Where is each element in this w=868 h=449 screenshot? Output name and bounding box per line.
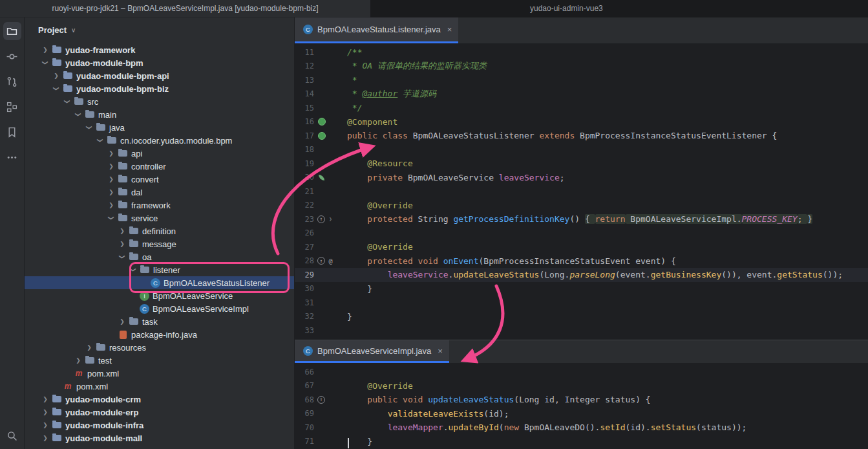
code-line-12[interactable]: 12 * OA 请假单的结果的监听器实现类 <box>295 60 868 74</box>
project-folder-icon[interactable] <box>3 22 21 40</box>
bookmarks-icon[interactable] <box>3 123 21 141</box>
code-editor-top[interactable]: 11/**12 * OA 请假单的结果的监听器实现类13 *14 * @auth… <box>295 43 868 340</box>
code-line-16[interactable]: 16@Component <box>295 115 868 129</box>
code-line-31[interactable]: 31 <box>295 296 868 310</box>
pull-requests-icon[interactable] <box>3 72 21 91</box>
tab-bpmoaleavestatuslistener[interactable]: C BpmOALeaveStatusListener.java × <box>295 17 458 43</box>
code-line-30[interactable]: 30 } <box>295 282 868 296</box>
tree-item-listener[interactable]: ❯listener <box>25 263 294 276</box>
code-line-28[interactable]: 28 protected void onEvent(BpmProcessInst… <box>295 254 868 268</box>
chevron-right-icon[interactable]: ❯ <box>119 241 125 247</box>
search-icon[interactable] <box>3 426 21 444</box>
chevron-right-icon[interactable]: ❯ <box>108 189 114 195</box>
project-panel-header[interactable]: Project ∨ <box>25 17 294 42</box>
chevron-down-icon[interactable]: ❯ <box>119 254 125 260</box>
code-editor-bottom[interactable]: 6667 @Override68 public void updateLeave… <box>295 363 868 449</box>
code-line-70[interactable]: 70 leaveMapper.updateById(new BpmOALeave… <box>295 421 868 435</box>
chevron-down-icon[interactable]: ❯ <box>75 111 81 118</box>
code-line-27[interactable]: 27 @Override <box>295 240 868 254</box>
chevron-right-icon[interactable]: ❯ <box>108 150 114 157</box>
tree-item-src[interactable]: ❯src <box>25 95 294 108</box>
chevron-down-icon[interactable]: ❯ <box>64 98 70 105</box>
code-line-32[interactable]: 32} <box>295 310 868 324</box>
chevron-down-icon[interactable]: ❯ <box>86 124 92 131</box>
code-line-68[interactable]: 68 public void updateLeaveStatus(Long id… <box>295 393 868 407</box>
tree-item-yudao-framework[interactable]: ❯yudao-framework <box>25 43 294 56</box>
close-icon[interactable]: × <box>438 346 443 356</box>
chevron-right-icon[interactable]: ❯ <box>119 318 125 325</box>
chevron-right-icon[interactable]: ❯ <box>108 202 114 208</box>
spring-bean-icon[interactable] <box>317 118 326 126</box>
chevron-right-icon[interactable]: ❯ <box>53 72 59 79</box>
structure-icon[interactable] <box>3 98 21 116</box>
tree-item-message[interactable]: ❯message <box>25 237 294 250</box>
chevron-down-icon[interactable]: ❯ <box>97 137 103 144</box>
annotation-at-icon[interactable] <box>326 257 335 265</box>
code-line-26[interactable]: 26 <box>295 226 868 241</box>
chevron-right-icon[interactable]: ❯ <box>42 47 48 53</box>
override-icon[interactable] <box>317 396 325 404</box>
tree-item-bpmoaleaveservice[interactable]: IBpmOALeaveService <box>25 289 294 302</box>
tree-item-cn-iocoder-yudao-module-bpm[interactable]: ❯cn.iocoder.yudao.module.bpm <box>25 134 294 147</box>
tree-item-service[interactable]: ❯service <box>25 212 294 224</box>
code-line-15[interactable]: 15 */ <box>295 101 868 115</box>
chevron-down-icon[interactable]: ❯ <box>42 60 48 66</box>
code-line-29[interactable]: 29 leaveService.updateLeaveStatus(Long.p… <box>295 268 868 282</box>
chevron-right-icon[interactable]: ❯ <box>42 409 48 415</box>
chevron-right-icon[interactable]: ❯ <box>86 344 92 351</box>
tree-item-pom-xml[interactable]: mpom.xml <box>25 380 294 393</box>
code-line-69[interactable]: 69 validateLeaveExists(id); <box>295 407 868 421</box>
commit-icon[interactable] <box>3 47 21 65</box>
tree-item-task[interactable]: ❯task <box>25 315 294 328</box>
tree-item-yudao-module-infra[interactable]: ❯yudao-module-infra <box>25 419 294 432</box>
tree-item-yudao-module-bpm-biz[interactable]: ❯yudao-module-bpm-biz <box>25 82 294 95</box>
code-line-67[interactable]: 67 @Override <box>295 379 868 393</box>
code-line-66[interactable]: 66 <box>295 365 868 379</box>
chevron-right-icon[interactable]: ❯ <box>42 435 48 441</box>
code-line-33[interactable]: 33 <box>295 323 868 338</box>
tab-bpmoaleaveserviceimpl[interactable]: C BpmOALeaveServiceImpl.java × <box>295 340 449 363</box>
tree-item-definition[interactable]: ❯definition <box>25 224 294 237</box>
code-line-71[interactable]: 71 } <box>295 435 868 449</box>
more-tool-windows-icon[interactable] <box>3 148 21 166</box>
chevron-right-icon[interactable]: ❯ <box>108 176 114 182</box>
tree-item-package-info-java[interactable]: package-info.java <box>25 328 294 341</box>
window-title-right[interactable]: yudao-ui-admin-vue3 <box>370 0 868 17</box>
tree-item-dal[interactable]: ❯dal <box>25 186 294 199</box>
chevron-right-icon[interactable]: ❯ <box>42 422 48 428</box>
close-icon[interactable]: × <box>447 25 452 34</box>
code-line-13[interactable]: 13 * <box>295 73 868 87</box>
tree-item-controller[interactable]: ❯controller <box>25 160 294 173</box>
chevron-down-icon[interactable]: ❯ <box>130 267 136 273</box>
tree-item-main[interactable]: ❯main <box>25 108 294 121</box>
chevron-right-icon[interactable]: ❯ <box>119 228 125 234</box>
tree-item-resources[interactable]: ❯resources <box>25 341 294 354</box>
code-line-18[interactable]: 18 <box>295 143 868 157</box>
autowired-icon[interactable] <box>317 173 326 182</box>
code-line-21[interactable]: 21 <box>295 184 868 199</box>
tree-item-yudao-module-crm[interactable]: ❯yudao-module-crm <box>25 393 294 406</box>
tree-item-convert[interactable]: ❯convert <box>25 173 294 186</box>
code-line-19[interactable]: 19 @Resource <box>295 157 868 171</box>
code-line-23[interactable]: 23 protected String getProcessDefinition… <box>295 212 868 226</box>
chevron-down-icon[interactable]: ❯ <box>108 215 114 221</box>
code-line-17[interactable]: 17public class BpmOALeaveStatusListener … <box>295 129 868 143</box>
code-line-11[interactable]: 11/** <box>295 45 868 60</box>
code-line-20[interactable]: 20 private BpmOALeaveService leaveServic… <box>295 171 868 185</box>
tree-item-yudao-module-bpm[interactable]: ❯yudao-module-bpm <box>25 56 294 69</box>
tree-item-framework[interactable]: ❯framework <box>25 199 294 212</box>
code-line-14[interactable]: 14 * @author 芋道源码 <box>295 87 868 102</box>
tree-item-yudao-module-erp[interactable]: ❯yudao-module-erp <box>25 406 294 419</box>
tree-item-yudao-module-bpm-api[interactable]: ❯yudao-module-bpm-api <box>25 69 294 82</box>
fold-icon[interactable] <box>326 215 335 223</box>
tree-item-bpmoaleaveserviceimpl[interactable]: CBpmOALeaveServiceImpl <box>25 302 294 315</box>
chevron-down-icon[interactable]: ❯ <box>53 85 59 92</box>
chevron-right-icon[interactable]: ❯ <box>75 357 81 364</box>
chevron-right-icon[interactable]: ❯ <box>108 163 114 170</box>
chevron-right-icon[interactable]: ❯ <box>42 396 48 402</box>
override-icon[interactable] <box>317 215 325 223</box>
tree-item-bpmoaleavestatuslistener[interactable]: CBpmOALeaveStatusListener <box>25 276 294 289</box>
code-line-22[interactable]: 22 @Override <box>295 199 868 213</box>
override-icon[interactable] <box>317 257 325 265</box>
tree-item-pom-xml[interactable]: mpom.xml <box>25 367 294 380</box>
